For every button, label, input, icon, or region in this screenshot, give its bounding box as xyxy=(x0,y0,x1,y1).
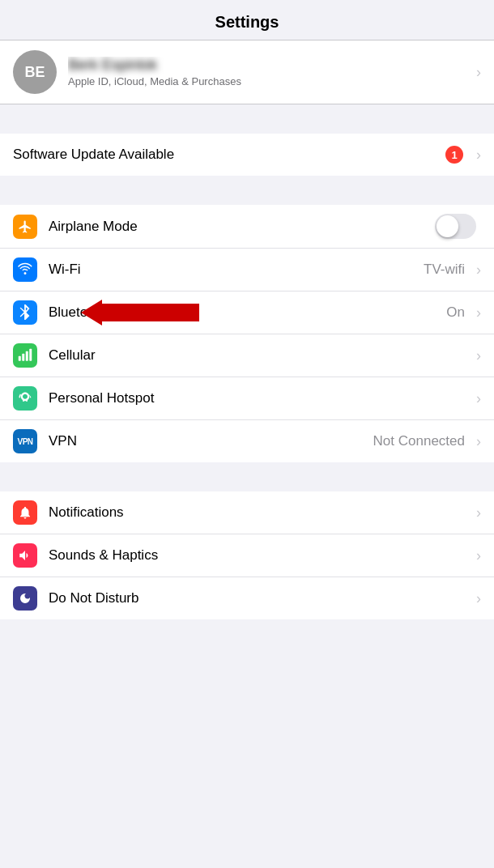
wifi-row[interactable]: Wi-Fi TV-wifi › xyxy=(0,249,494,291)
notifications-row[interactable]: Notifications › xyxy=(0,491,494,534)
notifications-icon-wrap xyxy=(13,500,37,525)
wifi-label: Wi-Fi xyxy=(49,262,424,278)
gap-3 xyxy=(0,462,494,491)
bluetooth-icon xyxy=(19,304,31,321)
sounds-icon xyxy=(18,548,32,563)
personal-hotspot-row[interactable]: Personal Hotspot › xyxy=(0,377,494,420)
wifi-value: TV-wifi xyxy=(424,262,465,278)
do-not-disturb-icon-wrap xyxy=(13,586,37,611)
gap-1 xyxy=(0,104,494,134)
sounds-haptics-chevron: › xyxy=(476,547,481,564)
do-not-disturb-chevron: › xyxy=(476,590,481,607)
airplane-icon xyxy=(18,219,32,234)
bluetooth-chevron: › xyxy=(476,304,481,321)
connectivity-section: Airplane Mode Wi-Fi TV-wifi › Bluetooth … xyxy=(0,205,494,462)
do-not-disturb-row[interactable]: Do Not Disturb › xyxy=(0,577,494,619)
do-not-disturb-label: Do Not Disturb xyxy=(49,590,470,606)
software-update-label: Software Update Available xyxy=(13,147,445,163)
page-title: Settings xyxy=(215,13,279,31)
sounds-haptics-row[interactable]: Sounds & Haptics › xyxy=(0,534,494,577)
settings-header: Settings xyxy=(0,0,494,40)
personal-hotspot-icon-wrap xyxy=(13,386,37,411)
notifications-icon xyxy=(18,505,32,520)
personal-hotspot-chevron: › xyxy=(476,390,481,407)
vpn-value: Not Connected xyxy=(373,433,465,449)
software-update-section: Software Update Available 1 › xyxy=(0,134,494,176)
sounds-haptics-label: Sounds & Haptics xyxy=(49,547,470,564)
bluetooth-label: Bluetooth xyxy=(49,304,446,321)
software-update-row[interactable]: Software Update Available 1 › xyxy=(0,134,494,176)
moon-icon xyxy=(19,592,32,605)
svg-rect-2 xyxy=(26,351,28,361)
wifi-icon-wrap xyxy=(13,257,37,282)
personal-hotspot-label: Personal Hotspot xyxy=(49,390,470,406)
account-row[interactable]: BE Berk Espinlok Apple ID, iCloud, Media… xyxy=(0,40,494,104)
airplane-mode-label: Airplane Mode xyxy=(49,219,435,235)
airplane-mode-icon-wrap xyxy=(13,215,37,239)
bluetooth-row[interactable]: Bluetooth On › xyxy=(0,291,494,334)
account-info: Berk Espinlok Apple ID, iCloud, Media & … xyxy=(68,57,470,87)
account-chevron: › xyxy=(476,64,481,81)
cellular-icon xyxy=(18,348,32,363)
notifications-label: Notifications xyxy=(49,504,470,521)
cellular-icon-wrap xyxy=(13,343,37,368)
update-badge: 1 xyxy=(445,146,463,164)
cellular-chevron: › xyxy=(476,347,481,364)
vpn-icon-wrap: VPN xyxy=(13,429,37,453)
airplane-mode-toggle[interactable] xyxy=(435,214,476,239)
bluetooth-icon-wrap xyxy=(13,300,37,325)
wifi-chevron: › xyxy=(476,262,481,279)
cellular-label: Cellular xyxy=(49,347,470,364)
svg-rect-0 xyxy=(19,356,21,361)
system-section: Notifications › Sounds & Haptics › Do No… xyxy=(0,491,494,619)
account-subtitle: Apple ID, iCloud, Media & Purchases xyxy=(68,75,470,87)
wifi-icon xyxy=(18,262,32,277)
svg-rect-1 xyxy=(22,354,24,361)
cellular-row[interactable]: Cellular › xyxy=(0,334,494,377)
account-name: Berk Espinlok xyxy=(68,57,470,74)
gap-2 xyxy=(0,176,494,205)
sounds-icon-wrap xyxy=(13,543,37,568)
airplane-mode-row[interactable]: Airplane Mode xyxy=(0,205,494,249)
vpn-row[interactable]: VPN VPN Not Connected › xyxy=(0,420,494,462)
toggle-knob xyxy=(437,215,458,237)
vpn-label: VPN xyxy=(49,433,373,449)
software-update-chevron: › xyxy=(476,147,481,164)
vpn-chevron: › xyxy=(476,433,481,450)
hotspot-icon xyxy=(18,391,32,406)
notifications-chevron: › xyxy=(476,504,481,521)
vpn-icon-text: VPN xyxy=(17,437,32,446)
svg-rect-3 xyxy=(29,349,32,361)
avatar: BE xyxy=(13,50,57,94)
bluetooth-value: On xyxy=(446,304,465,321)
